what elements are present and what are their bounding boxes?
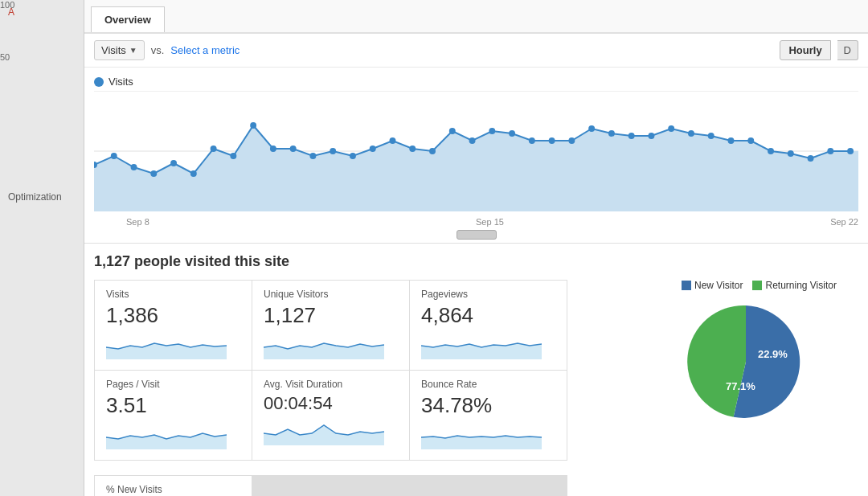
pie-legend-returning: Returning Visitor xyxy=(752,280,837,291)
pie-section: New Visitor Returning Visitor xyxy=(682,280,858,461)
legend-dot-visits xyxy=(94,77,104,87)
svg-point-7 xyxy=(150,170,157,177)
chart-legend: Visits xyxy=(94,76,858,88)
svg-point-31 xyxy=(628,133,635,139)
pie-legend-returning-icon xyxy=(752,281,762,290)
svg-point-30 xyxy=(608,130,615,137)
x-axis-labels: Sep 8 Sep 15 Sep 22 xyxy=(126,214,858,227)
pie-legend-new-label: New Visitor xyxy=(694,280,743,291)
d-button[interactable]: D xyxy=(837,40,858,60)
mini-chart-bounce xyxy=(421,421,542,449)
svg-point-13 xyxy=(270,146,276,152)
svg-point-35 xyxy=(708,133,714,139)
dropdown-arrow-icon: ▼ xyxy=(129,46,137,55)
svg-text:22.9%: 22.9% xyxy=(758,348,788,360)
stat-new-visits-label: % New Visits xyxy=(106,484,240,495)
visits-dropdown[interactable]: Visits ▼ xyxy=(94,40,145,60)
vs-text: vs. xyxy=(151,44,165,56)
stat-new-visits: % New Visits 76.91% xyxy=(95,476,252,496)
controls-row: Visits ▼ vs. Select a metric Hourly D xyxy=(84,34,868,68)
svg-point-21 xyxy=(429,148,436,154)
svg-point-5 xyxy=(111,153,117,159)
svg-point-24 xyxy=(489,128,495,134)
line-chart xyxy=(94,91,858,211)
svg-point-37 xyxy=(747,137,754,144)
legend-label-visits: Visits xyxy=(108,76,133,88)
chart-scrollbar-area xyxy=(94,227,858,243)
stat-pageviews: Pageviews 4,864 xyxy=(410,281,567,370)
svg-point-33 xyxy=(668,125,674,132)
mini-chart-duration xyxy=(264,417,384,445)
stat-avg-duration-value: 00:04:54 xyxy=(264,393,398,414)
svg-point-16 xyxy=(330,148,336,154)
stat-pages-visit-label: Pages / Visit xyxy=(106,379,240,390)
svg-point-26 xyxy=(529,137,535,144)
stat-bounce-value: 34.78% xyxy=(421,393,555,418)
stats-section: 1,127 people visited this site Visits 1,… xyxy=(84,243,868,467)
svg-point-22 xyxy=(449,128,456,134)
y-label-100: 100 xyxy=(0,0,32,10)
svg-point-36 xyxy=(728,137,735,144)
stat-unique: Unique Visitors 1,127 xyxy=(252,281,409,370)
chart-scrollbar-thumb[interactable] xyxy=(457,230,497,240)
svg-point-15 xyxy=(309,153,316,159)
bottom-row: % New Visits 76.91% xyxy=(84,467,868,496)
svg-point-20 xyxy=(409,146,416,152)
svg-point-32 xyxy=(648,133,654,139)
svg-point-19 xyxy=(390,137,396,144)
select-metric-link[interactable]: Select a metric xyxy=(170,44,240,56)
stat-pages-visit: Pages / Visit 3.51 xyxy=(95,371,252,460)
stat-avg-duration-label: Avg. Visit Duration xyxy=(264,379,398,390)
svg-point-9 xyxy=(190,170,197,177)
stat-avg-duration: Avg. Visit Duration 00:04:54 xyxy=(252,371,409,460)
svg-point-34 xyxy=(688,130,694,137)
svg-point-17 xyxy=(350,153,356,159)
hourly-button[interactable]: Hourly xyxy=(780,40,830,60)
svg-point-23 xyxy=(469,137,476,144)
svg-point-25 xyxy=(509,130,515,137)
y-axis-labels: 100 50 xyxy=(0,0,32,121)
svg-marker-46 xyxy=(106,433,227,449)
svg-point-39 xyxy=(788,150,794,157)
pie-legend-new: New Visitor xyxy=(682,280,743,291)
svg-point-10 xyxy=(211,146,217,152)
tab-overview[interactable]: Overview xyxy=(91,6,165,32)
mini-chart-pageviews xyxy=(421,331,542,359)
tab-bar: Overview xyxy=(84,0,868,34)
svg-point-42 xyxy=(847,148,854,154)
pie-legend: New Visitor Returning Visitor xyxy=(682,280,858,291)
svg-point-29 xyxy=(588,125,595,132)
stat-unique-label: Unique Visitors xyxy=(264,289,398,300)
main-content: Overview Visits ▼ vs. Select a metric Ho… xyxy=(84,0,868,496)
stat-pageviews-label: Pageviews xyxy=(421,289,555,300)
stat-bounce-label: Bounce Rate xyxy=(421,379,555,390)
svg-point-27 xyxy=(549,137,555,144)
x-label-sep22: Sep 22 xyxy=(830,217,858,227)
pie-legend-returning-label: Returning Visitor xyxy=(765,280,837,291)
svg-point-40 xyxy=(808,155,814,162)
stat-bounce: Bounce Rate 34.78% xyxy=(410,371,567,460)
svg-point-41 xyxy=(827,148,833,154)
mini-chart-pages-visit xyxy=(106,421,227,449)
pie-legend-new-icon xyxy=(682,281,691,290)
sidebar-item-optimization[interactable]: Optimization xyxy=(0,185,84,209)
visits-label: Visits xyxy=(101,44,126,56)
svg-point-18 xyxy=(370,146,376,152)
stat-visits-value: 1,386 xyxy=(106,303,240,328)
svg-point-11 xyxy=(230,153,236,159)
svg-point-6 xyxy=(131,164,137,170)
svg-point-12 xyxy=(250,122,256,129)
chart-area: Visits 100 50 xyxy=(84,68,868,243)
pie-chart: 22.9% 77.1% xyxy=(682,297,810,426)
mini-chart-unique xyxy=(264,331,384,359)
svg-point-38 xyxy=(768,148,774,154)
mini-chart-visits xyxy=(106,331,227,359)
stat-pages-visit-value: 3.51 xyxy=(106,393,240,418)
stat-visits-label: Visits xyxy=(106,289,240,300)
svg-point-28 xyxy=(568,137,575,144)
x-label-sep8: Sep 8 xyxy=(126,217,149,227)
svg-point-14 xyxy=(290,146,297,152)
svg-marker-47 xyxy=(264,425,384,445)
stat-pageviews-value: 4,864 xyxy=(421,303,555,328)
svg-text:77.1%: 77.1% xyxy=(726,380,755,392)
